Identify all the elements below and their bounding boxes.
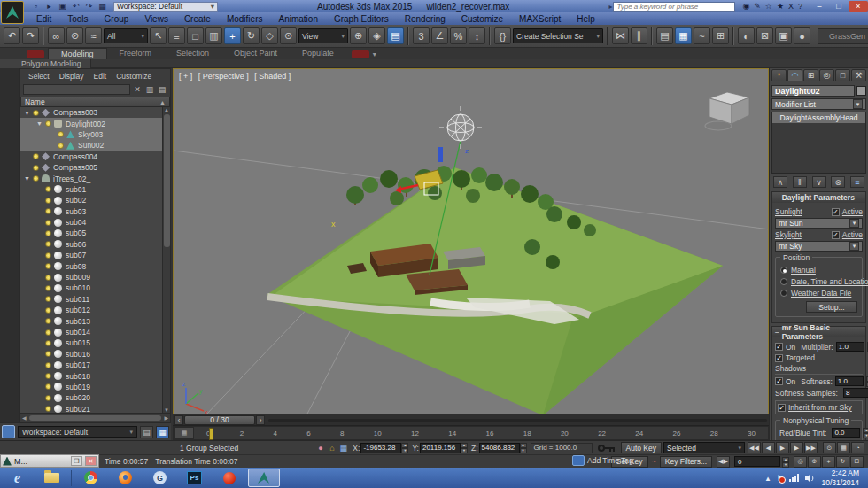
volume-icon[interactable] — [805, 474, 815, 483]
animation-layers-icon[interactable]: ◔ — [851, 442, 864, 453]
spinner[interactable]: ▲▼ — [520, 443, 527, 453]
ribbon-tab[interactable]: Object Paint — [221, 48, 290, 59]
menu-item[interactable]: Modifiers — [219, 14, 271, 24]
current-frame-marker[interactable] — [209, 428, 213, 440]
align-icon[interactable]: ∥ — [631, 27, 647, 44]
rollout-header[interactable]: − mr Sun Basic Parameters — [772, 327, 865, 337]
selection-lock-icon[interactable]: ⌂ — [326, 443, 337, 453]
bulb-icon[interactable] — [58, 143, 64, 149]
go-to-end-button[interactable]: ▶▶ — [804, 442, 818, 453]
explorer-row[interactable]: sub07 — [20, 250, 162, 260]
play-button[interactable]: ▶ — [776, 442, 789, 453]
open-file-icon[interactable]: ▸ — [43, 2, 55, 12]
explorer-vertical-scrollbar[interactable]: ▲ ▼ — [162, 107, 170, 413]
softness-samples-field[interactable]: 8 — [843, 388, 868, 398]
bulb-icon[interactable] — [45, 263, 51, 269]
spinner[interactable]: ▲▼ — [401, 443, 408, 453]
select-and-scale-icon[interactable]: ◇ — [261, 27, 278, 44]
scrollbar-thumb[interactable] — [164, 114, 170, 247]
current-frame-field[interactable]: 0 — [734, 456, 780, 467]
perspective-viewport[interactable]: x z x y z [ + ] [ Perspective ] [ Shaded… — [173, 68, 769, 414]
bulb-icon[interactable] — [45, 198, 51, 204]
reference-coordinate-system-dropdown[interactable]: View — [298, 28, 348, 43]
show-end-result-icon[interactable]: ‖ — [793, 176, 807, 188]
search-find-icon[interactable]: ◉ — [742, 2, 749, 11]
create-key-icon[interactable]: ⊙ — [823, 442, 836, 453]
bulb-icon[interactable] — [58, 131, 64, 137]
expand-arrow-icon[interactable]: ▼ — [36, 120, 45, 127]
skylight-active-checkbox[interactable]: ✓ — [832, 231, 840, 239]
menu-item[interactable]: Customize — [453, 14, 511, 24]
explorer-row[interactable]: sub08 — [20, 260, 162, 271]
select-and-place-icon[interactable]: ⊙ — [280, 27, 297, 44]
menu-item[interactable]: Rendering — [397, 14, 453, 24]
toggle-layer-explorer-icon[interactable]: ▤ — [656, 27, 673, 44]
rendered-frame-window-icon[interactable]: ▣ — [775, 27, 792, 44]
select-and-move-icon[interactable]: + — [224, 27, 241, 44]
minimized-window[interactable]: M... ❐ ✕ — [0, 454, 99, 468]
internet-explorer-icon[interactable]: e — [0, 468, 35, 488]
explorer-row[interactable]: Compass004 — [20, 151, 162, 162]
ribbon-tab[interactable]: Populate — [290, 48, 346, 59]
ribbon-config-icon[interactable] — [27, 50, 44, 58]
media-player-icon[interactable]: G — [143, 468, 177, 488]
hierarchy-tab[interactable]: ⊞ — [803, 69, 818, 81]
select-object-icon[interactable]: ↖ — [150, 27, 167, 44]
next-frame-slider-button[interactable]: › — [256, 415, 265, 425]
selection-filter-dropdown[interactable]: All — [104, 28, 148, 43]
close-button[interactable]: × — [849, 1, 868, 12]
scrollbar-thumb[interactable] — [29, 415, 162, 421]
pin-stack-icon[interactable]: ∧ — [773, 176, 787, 188]
bulb-icon[interactable] — [45, 208, 51, 214]
expand-arrow-icon[interactable]: ▼ — [24, 175, 33, 182]
ribbon-minimize-icon[interactable] — [352, 50, 369, 58]
show-hidden-icons[interactable]: ▴ — [766, 474, 771, 483]
rollout-header[interactable]: − Daylight Parameters — [772, 192, 865, 203]
utilities-tab[interactable]: ⚒ — [851, 69, 866, 81]
zoom-icon[interactable]: ◎ — [794, 456, 807, 468]
explorer-row[interactable]: Compass005 — [20, 162, 162, 173]
search-input[interactable] — [613, 2, 735, 12]
menu-item[interactable]: Views — [136, 14, 176, 24]
softness-field[interactable]: 1.0 — [835, 376, 864, 386]
redo-icon[interactable]: ↷ — [22, 27, 39, 44]
next-frame-button[interactable]: ▶ — [790, 442, 803, 453]
keyboard-shortcut-override-icon[interactable]: ▤ — [387, 27, 404, 44]
explorer-row[interactable]: sub020 — [20, 392, 162, 403]
setup-button[interactable]: Setup... — [806, 301, 857, 313]
bulb-icon[interactable] — [45, 340, 51, 346]
explorer-row[interactable]: sub012 — [20, 305, 162, 315]
clear-search-icon[interactable]: ✕ — [132, 85, 143, 94]
menu-item[interactable]: Tools — [59, 14, 96, 24]
weather-data-file-radio[interactable]: Weather Data File — [780, 289, 857, 298]
favorites-icon[interactable]: ★ — [777, 2, 784, 11]
bulb-icon[interactable] — [45, 285, 51, 291]
mini-restore-button[interactable]: ❐ — [71, 456, 82, 466]
set-key-curve-icon[interactable]: ~ — [652, 457, 656, 466]
rectangular-selection-region-icon[interactable]: □ — [187, 27, 204, 44]
targeted-checkbox[interactable]: ✓ — [775, 354, 783, 362]
explorer-row[interactable]: Sky003 — [20, 129, 162, 140]
explorer-row[interactable]: sub06 — [20, 239, 162, 250]
select-and-rotate-icon[interactable]: ↻ — [243, 27, 260, 44]
unlink-selection-icon[interactable]: ⊘ — [66, 27, 83, 44]
bulb-icon[interactable] — [45, 383, 51, 390]
undo-icon[interactable]: ↶ — [4, 27, 20, 44]
go-to-start-button[interactable]: ◀◀ — [748, 442, 761, 453]
skylight-type-dropdown[interactable]: mr Sky▾ — [775, 241, 863, 252]
spinner[interactable]: ▲▼ — [461, 443, 468, 453]
select-and-link-icon[interactable]: ∞ — [48, 27, 65, 44]
explorer-row[interactable]: sub01 — [20, 184, 162, 195]
explorer-row[interactable]: sub02 — [20, 195, 162, 205]
bulb-icon[interactable] — [33, 153, 39, 159]
bulb-icon[interactable] — [45, 296, 51, 302]
polygon-modeling-panel[interactable]: Polygon Modeling — [0, 59, 91, 68]
menu-item[interactable]: Graph Editors — [326, 14, 397, 24]
explorer-row[interactable]: ▼ Compass003 — [20, 107, 162, 118]
add-time-tag[interactable]: Add Time Tag — [572, 455, 633, 466]
bulb-icon[interactable] — [45, 230, 51, 236]
explorer-row[interactable]: sub018 — [20, 370, 162, 381]
taskbar-clock[interactable]: 2:42 AM 10/31/2014 — [821, 469, 863, 487]
select-by-name-icon[interactable]: ≡ — [168, 27, 185, 44]
explorer-menu-item[interactable]: Customize — [112, 72, 156, 81]
